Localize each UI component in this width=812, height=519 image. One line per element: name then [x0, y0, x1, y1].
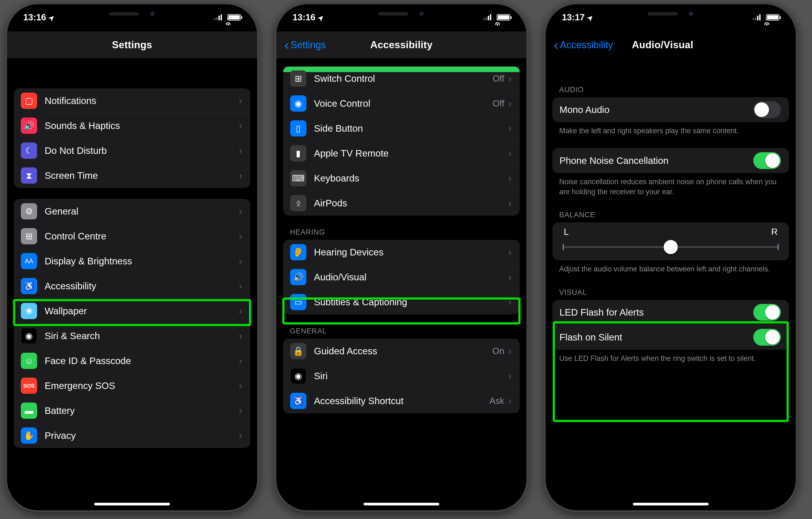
- status-time: 13:17: [562, 12, 585, 23]
- chevron-right-icon: ›: [508, 246, 512, 258]
- dnd-icon: ☾: [21, 142, 37, 159]
- row-audio-visual[interactable]: 🔊Audio/Visual›: [283, 265, 520, 290]
- row-general[interactable]: ⚙General›: [14, 199, 250, 224]
- row-wallpaper[interactable]: ❀Wallpaper›: [14, 299, 250, 323]
- battery-icon: [497, 14, 510, 21]
- row-sounds-haptics[interactable]: 🔊Sounds & Haptics›: [14, 113, 250, 138]
- group-visual: LED Flash for Alerts Flash on Silent: [552, 300, 789, 350]
- row-accessibility-shortcut[interactable]: ♿Accessibility ShortcutAsk›: [283, 388, 520, 413]
- chevron-right-icon: ›: [239, 305, 242, 317]
- side-button-icon: ▯: [290, 120, 307, 137]
- guided-access-icon: 🔒: [290, 343, 307, 359]
- row-flash-on-silent[interactable]: Flash on Silent: [552, 325, 789, 350]
- toggle-noise-cancellation[interactable]: [753, 152, 781, 169]
- section-header-general: GENERAL: [277, 315, 526, 338]
- footer-visual: Use LED Flash for Alerts when the ring s…: [546, 350, 796, 365]
- row-switch-control[interactable]: ⊞Switch ControlOff›: [283, 66, 520, 91]
- balance-slider[interactable]: [563, 246, 779, 248]
- nav-bar: ‹Settings Accessibility: [277, 31, 526, 58]
- row-notifications[interactable]: ▢Notifications›: [14, 88, 250, 113]
- subtitles-icon: ▭: [290, 294, 307, 310]
- row-voice-control[interactable]: ◉Voice ControlOff›: [283, 91, 520, 116]
- back-button[interactable]: ‹Accessibility: [554, 39, 613, 51]
- chevron-right-icon: ›: [239, 430, 242, 441]
- back-button[interactable]: ‹Settings: [285, 39, 326, 51]
- row-privacy[interactable]: ✋Privacy›: [14, 423, 250, 448]
- chevron-right-icon: ›: [239, 355, 242, 367]
- nav-bar: Settings: [7, 31, 257, 58]
- privacy-icon: ✋: [21, 428, 37, 444]
- row-subtitles-captioning[interactable]: ▭Subtitles & Captioning›: [283, 290, 520, 315]
- nav-bar: ‹Accessibility Audio/Visual: [546, 31, 796, 58]
- chevron-right-icon: ›: [508, 197, 512, 209]
- chevron-right-icon: ›: [508, 147, 512, 159]
- row-faceid-passcode[interactable]: ☺Face ID & Passcode›: [14, 348, 250, 373]
- voice-control-icon: ◉: [290, 95, 307, 112]
- toggle-flash-on-silent[interactable]: [753, 329, 781, 346]
- notch: [74, 4, 190, 23]
- remote-icon: ▮: [290, 145, 307, 161]
- row-hearing-devices[interactable]: 👂Hearing Devices›: [283, 240, 520, 265]
- row-noise-cancellation[interactable]: Phone Noise Cancellation: [552, 148, 789, 173]
- row-led-flash[interactable]: LED Flash for Alerts: [552, 300, 789, 325]
- cellular-icon: [214, 15, 222, 20]
- location-icon: [49, 12, 55, 23]
- home-indicator[interactable]: [94, 503, 170, 506]
- page-title: Audio/Visual: [632, 39, 693, 51]
- chevron-right-icon: ›: [239, 170, 242, 182]
- section-header-balance: BALANCE: [546, 198, 796, 222]
- slider-knob[interactable]: [664, 240, 678, 254]
- page-title: Settings: [112, 39, 152, 51]
- chevron-right-icon: ›: [508, 123, 512, 134]
- notch: [612, 4, 729, 23]
- display-icon: AA: [21, 253, 37, 269]
- home-indicator[interactable]: [633, 503, 708, 506]
- row-airpods[interactable]: ᛟAirPods›: [283, 191, 520, 216]
- siri-icon: ◉: [290, 368, 307, 384]
- chevron-right-icon: ›: [239, 330, 242, 342]
- row-emergency-sos[interactable]: SOSEmergency SOS›: [14, 373, 250, 398]
- chevron-right-icon: ›: [239, 380, 242, 392]
- row-screen-time[interactable]: ⧗Screen Time›: [14, 163, 250, 188]
- row-side-button[interactable]: ▯Side Button›: [283, 116, 520, 141]
- home-indicator[interactable]: [364, 503, 439, 506]
- row-apple-tv-remote[interactable]: ▮Apple TV Remote›: [283, 141, 520, 166]
- section-header-hearing: HEARING: [277, 216, 526, 240]
- footer-mono: Make the left and right speakers play th…: [546, 122, 796, 137]
- row-mono-audio[interactable]: Mono Audio: [552, 97, 789, 122]
- group-noise: Phone Noise Cancellation: [552, 148, 789, 173]
- settings-group-1: ▢Notifications› 🔊Sounds & Haptics› ☾Do N…: [14, 88, 250, 188]
- accessibility-icon: ♿: [21, 278, 37, 294]
- row-do-not-disturb[interactable]: ☾Do Not Disturb›: [14, 138, 250, 163]
- hearing-icon: 👂: [290, 244, 307, 260]
- battery-icon: [766, 14, 780, 21]
- location-icon: [318, 12, 324, 23]
- audio-visual-icon: 🔊: [290, 269, 307, 285]
- general-icon: ⚙: [21, 203, 37, 219]
- phone-settings: 13:16 Settings ▢Notifications› 🔊Sounds &…: [5, 3, 259, 512]
- chevron-right-icon: ›: [508, 271, 512, 283]
- row-keyboards[interactable]: ⌨Keyboards›: [283, 166, 520, 191]
- notifications-icon: ▢: [21, 93, 37, 109]
- chevron-right-icon: ›: [239, 95, 242, 107]
- toggle-led-flash[interactable]: [753, 304, 781, 321]
- chevron-right-icon: ›: [508, 395, 512, 407]
- switch-control-icon: ⊞: [290, 71, 307, 87]
- section-header-audio: AUDIO: [546, 58, 796, 97]
- row-battery[interactable]: ▬Battery›: [14, 398, 250, 423]
- row-guided-access[interactable]: 🔒Guided AccessOn›: [283, 338, 520, 363]
- row-siri-search[interactable]: ◉Siri & Search›: [14, 323, 250, 348]
- row-accessibility[interactable]: ♿Accessibility›: [14, 274, 250, 299]
- location-icon: [587, 12, 593, 23]
- section-header-visual: VISUAL: [546, 276, 796, 300]
- chevron-right-icon: ›: [239, 405, 242, 417]
- balance-left-label: L: [564, 227, 569, 237]
- chevron-right-icon: ›: [239, 206, 242, 217]
- screentime-icon: ⧗: [21, 167, 37, 184]
- row-control-centre[interactable]: ⊞Control Centre›: [14, 224, 250, 249]
- row-display-brightness[interactable]: AADisplay & Brightness›: [14, 249, 250, 274]
- row-siri[interactable]: ◉Siri›: [283, 363, 520, 388]
- page-title: Accessibility: [370, 39, 433, 51]
- status-time: 13:16: [23, 12, 46, 23]
- toggle-mono-audio[interactable]: [753, 101, 781, 118]
